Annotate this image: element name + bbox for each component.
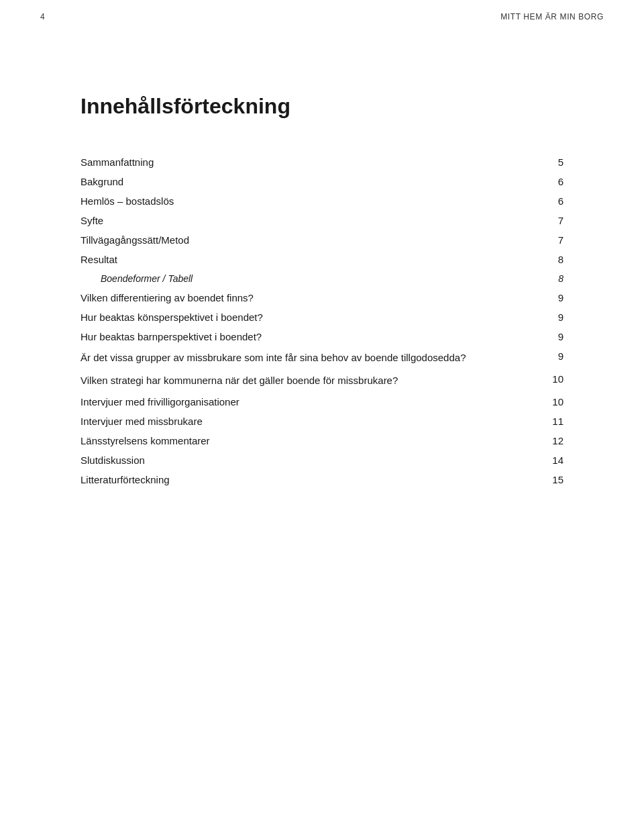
- toc-item-page: 9: [543, 311, 564, 323]
- toc-item-label: Resultat: [80, 254, 543, 265]
- toc-item-page: 7: [543, 234, 564, 246]
- toc-item-page: 11: [543, 416, 564, 427]
- toc-item-label: Hur beaktas barnperspektivet i boendet?: [80, 331, 543, 342]
- toc-item-page: 14: [543, 454, 564, 466]
- toc-item: Litteraturförteckning15: [80, 470, 564, 489]
- toc-item: Intervjuer med missbrukare11: [80, 412, 564, 431]
- toc-item-page: 6: [543, 176, 564, 187]
- toc-item: Sammanfattning5: [80, 152, 564, 172]
- toc-item-label: Länsstyrelsens kommentarer: [80, 435, 543, 446]
- toc-item: Bakgrund6: [80, 172, 564, 191]
- toc-item: Slutdiskussion14: [80, 450, 564, 470]
- toc-item-label: Intervjuer med missbrukare: [80, 416, 543, 427]
- toc-item-label: Hemlös – bostadslös: [80, 195, 543, 207]
- toc-item-page: 10: [543, 373, 564, 385]
- toc-item: Är det vissa grupper av missbrukare som …: [80, 346, 564, 369]
- toc-item-page: 8: [543, 273, 564, 284]
- toc-container: Sammanfattning5Bakgrund6Hemlös – bostads…: [80, 152, 564, 489]
- toc-item-label: Hur beaktas könsperspektivet i boendet?: [80, 311, 543, 323]
- toc-item-label: Bakgrund: [80, 176, 543, 187]
- page: 4 MITT HEM ÄR MIN BORG Innehållsförteckn…: [0, 0, 644, 817]
- toc-item: Vilken differentiering av boendet finns?…: [80, 288, 564, 307]
- toc-item-page: 9: [543, 350, 564, 362]
- toc-item: Intervjuer med frivilligorganisationer10: [80, 392, 564, 412]
- toc-item: Hemlös – bostadslös6: [80, 191, 564, 211]
- toc-item-label: Tillvägagångssätt/Metod: [80, 234, 543, 246]
- toc-item: Resultat8: [80, 250, 564, 269]
- toc-item: Syfte7: [80, 211, 564, 230]
- toc-item-page: 8: [543, 254, 564, 265]
- toc-item-label: Litteraturförteckning: [80, 474, 543, 485]
- toc-item-page: 9: [543, 331, 564, 342]
- toc-item-page: 7: [543, 215, 564, 226]
- document-title: MITT HEM ÄR MIN BORG: [500, 12, 604, 21]
- toc-item-label: Intervjuer med frivilligorganisationer: [80, 396, 543, 407]
- toc-item-label: Slutdiskussion: [80, 454, 543, 466]
- toc-item-page: 12: [543, 435, 564, 446]
- toc-item: Hur beaktas barnperspektivet i boendet?9: [80, 327, 564, 346]
- toc-item: Vilken strategi har kommunerna när det g…: [80, 369, 564, 392]
- toc-heading: Innehållsförteckning: [80, 94, 564, 119]
- toc-item-page: 9: [543, 292, 564, 303]
- toc-item-label: Boendeformer / Tabell: [101, 273, 543, 284]
- toc-item-page: 15: [543, 474, 564, 485]
- toc-item-page: 6: [543, 195, 564, 207]
- toc-item: Tillvägagångssätt/Metod7: [80, 230, 564, 250]
- toc-item-label: Vilken strategi har kommunerna när det g…: [80, 373, 543, 388]
- page-number: 4: [40, 12, 45, 21]
- toc-item-label: Vilken differentiering av boendet finns?: [80, 292, 543, 303]
- toc-item-label: Sammanfattning: [80, 156, 543, 168]
- toc-item: Länsstyrelsens kommentarer12: [80, 431, 564, 450]
- toc-item: Hur beaktas könsperspektivet i boendet?9: [80, 307, 564, 327]
- toc-item: Boendeformer / Tabell8: [80, 269, 564, 288]
- toc-item-label: Syfte: [80, 215, 543, 226]
- toc-item-page: 5: [543, 156, 564, 168]
- toc-item-page: 10: [543, 396, 564, 407]
- toc-item-label: Är det vissa grupper av missbrukare som …: [80, 350, 543, 365]
